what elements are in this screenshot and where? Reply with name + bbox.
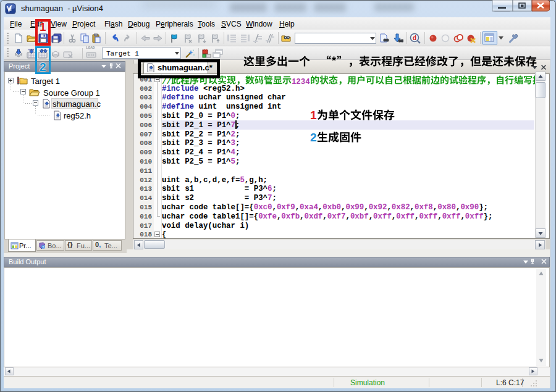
svg-text:d: d — [413, 35, 416, 41]
